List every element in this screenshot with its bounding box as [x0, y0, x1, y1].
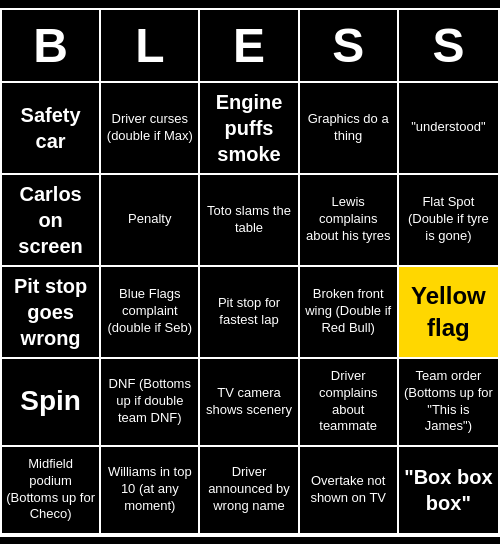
bingo-cell[interactable]: Engine puffs smoke — [200, 83, 299, 175]
bingo-cell[interactable]: Driver curses (double if Max) — [101, 83, 200, 175]
bingo-letter: S — [300, 10, 399, 81]
bingo-cell[interactable]: Driver announced by wrong name — [200, 447, 299, 535]
bingo-cell[interactable]: Penalty — [101, 175, 200, 267]
bingo-cell[interactable]: Blue Flags complaint (double if Seb) — [101, 267, 200, 359]
bingo-cell[interactable]: Team order (Bottoms up for "This is Jame… — [399, 359, 498, 447]
bingo-cell[interactable]: Williams in top 10 (at any moment) — [101, 447, 200, 535]
bingo-cell[interactable]: Driver complains about teammate — [300, 359, 399, 447]
bingo-cell[interactable]: Graphics do a thing — [300, 83, 399, 175]
bingo-cell[interactable]: Pit stop for fastest lap — [200, 267, 299, 359]
bingo-letter: L — [101, 10, 200, 81]
bingo-cell[interactable]: Spin — [2, 359, 101, 447]
bingo-cell[interactable]: Toto slams the table — [200, 175, 299, 267]
bingo-cell[interactable]: Safety car — [2, 83, 101, 175]
bingo-card: BLESS Safety carDriver curses (double if… — [0, 8, 500, 537]
bingo-cell[interactable]: Pit stop goes wrong — [2, 267, 101, 359]
bingo-cell[interactable]: Midfield podium (Bottoms up for Checo) — [2, 447, 101, 535]
bingo-header: BLESS — [2, 10, 498, 83]
bingo-cell[interactable]: Overtake not shown on TV — [300, 447, 399, 535]
bingo-letter: B — [2, 10, 101, 81]
bingo-cell[interactable]: DNF (Bottoms up if double team DNF) — [101, 359, 200, 447]
bingo-letter: E — [200, 10, 299, 81]
bingo-cell[interactable]: Lewis complains about his tyres — [300, 175, 399, 267]
bingo-cell[interactable]: "Box box box" — [399, 447, 498, 535]
bingo-cell[interactable]: TV camera shows scenery — [200, 359, 299, 447]
bingo-cell[interactable]: Flat Spot (Double if tyre is gone) — [399, 175, 498, 267]
bingo-cell[interactable]: Yellow flag — [399, 267, 498, 359]
bingo-cell[interactable]: Carlos on screen — [2, 175, 101, 267]
bingo-cell[interactable]: "understood" — [399, 83, 498, 175]
bingo-cell[interactable]: Broken front wing (Double if Red Bull) — [300, 267, 399, 359]
bingo-grid: Safety carDriver curses (double if Max)E… — [2, 83, 498, 535]
bingo-letter: S — [399, 10, 498, 81]
